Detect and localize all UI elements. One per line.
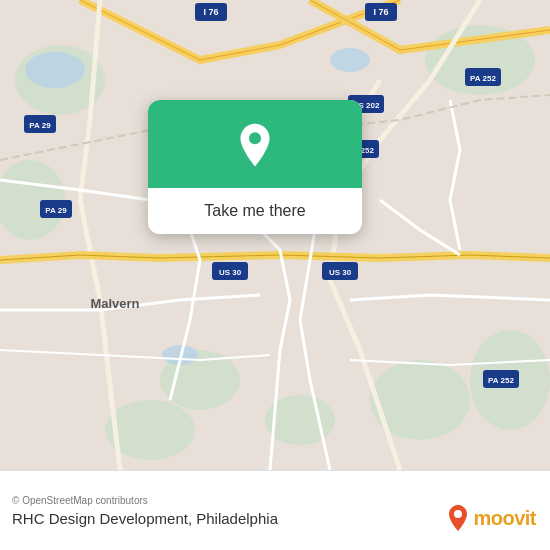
- moovit-text: moovit: [473, 507, 536, 530]
- pa252-label-1: PA 252: [470, 74, 496, 83]
- malvern-label: Malvern: [90, 296, 139, 311]
- pa29-label-1: PA 29: [29, 121, 51, 130]
- take-me-there-button[interactable]: Take me there: [148, 188, 362, 234]
- pa252-label-3: PA 252: [488, 376, 514, 385]
- map-svg: I 76 I 76 PA 29 PA 29 PA 252 PA 252 US 2…: [0, 0, 550, 470]
- svg-point-22: [249, 132, 261, 144]
- popup-card: Take me there: [148, 100, 362, 234]
- i76-label-1: I 76: [203, 7, 218, 17]
- i76-label-2: I 76: [373, 7, 388, 17]
- bottom-bar: © OpenStreetMap contributors RHC Design …: [0, 470, 550, 550]
- moovit-pin-icon: [447, 504, 469, 532]
- svg-point-10: [330, 48, 370, 72]
- location-pin-icon: [231, 122, 279, 170]
- moovit-logo: moovit: [447, 504, 536, 532]
- popup-green-section: [148, 100, 362, 188]
- us30-label-2: US 30: [329, 268, 352, 277]
- svg-point-9: [25, 52, 85, 88]
- svg-point-23: [454, 510, 462, 518]
- us30-label-1: US 30: [219, 268, 242, 277]
- map-container: I 76 I 76 PA 29 PA 29 PA 252 PA 252 US 2…: [0, 0, 550, 470]
- pa29-label-2: PA 29: [45, 206, 67, 215]
